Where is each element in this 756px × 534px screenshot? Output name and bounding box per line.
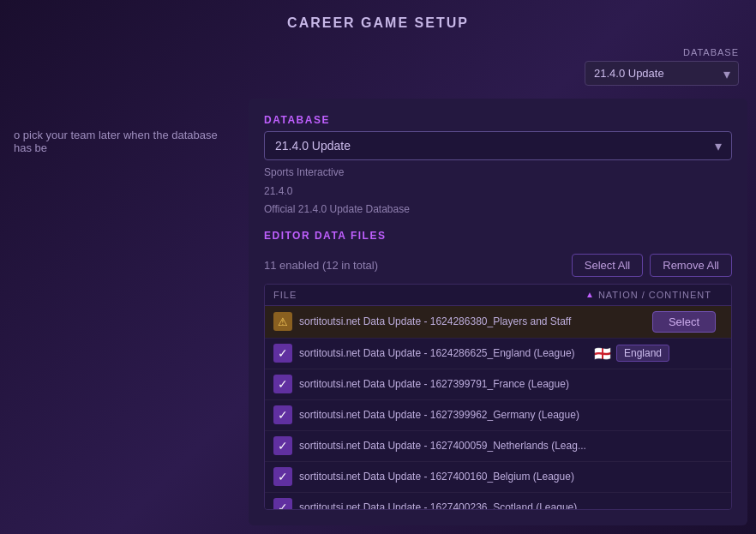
- col-file-header: FILE: [273, 290, 585, 300]
- row-filename: sortitoutsi.net Data Update - 1627400160…: [299, 471, 723, 483]
- db-info-line2: 21.4.0: [264, 183, 732, 201]
- row-filename: sortitoutsi.net Data Update - 1627400059…: [299, 440, 723, 452]
- table-header: FILE ▲ NATION / CONTINENT: [265, 285, 731, 306]
- row-filename: sortitoutsi.net Data Update - 1627400236…: [299, 501, 723, 509]
- checkbox[interactable]: ✓: [273, 436, 292, 455]
- table-row[interactable]: ✓ sortitoutsi.net Data Update - 16274002…: [265, 493, 731, 509]
- nation-label: England: [616, 345, 669, 362]
- main-panel: DATABASE 21.4.0 Update Sports Interactiv…: [249, 99, 747, 525]
- select-all-button[interactable]: Select All: [572, 254, 643, 277]
- col-nation-label: NATION / CONTINENT: [598, 290, 711, 300]
- row-filename: sortitoutsi.net Data Update - 1624286380…: [299, 315, 645, 327]
- checkmark-icon: ✓: [278, 409, 288, 421]
- db-info-line3: Official 21.4.0 Update Database: [264, 201, 732, 219]
- table-row[interactable]: ⚠ sortitoutsi.net Data Update - 16242863…: [265, 306, 731, 339]
- flag-icon: 🏴󠁧󠁢󠁥󠁮󠁧󠁿: [594, 345, 611, 362]
- table-body[interactable]: ⚠ sortitoutsi.net Data Update - 16242863…: [265, 306, 731, 509]
- checkbox[interactable]: ✓: [273, 344, 292, 363]
- top-db-select[interactable]: 21.4.0 Update: [585, 61, 739, 86]
- db-info-line1: Sports Interactive: [264, 164, 732, 183]
- checkmark-icon: ✓: [278, 471, 288, 483]
- checkbox[interactable]: ✓: [273, 498, 292, 509]
- file-table: FILE ▲ NATION / CONTINENT ⚠ sortitoutsi.…: [264, 284, 732, 510]
- db-dropdown[interactable]: 21.4.0 Update: [264, 131, 732, 160]
- db-dropdown-wrapper: 21.4.0 Update: [264, 131, 732, 160]
- btn-row: Select All Remove All: [572, 254, 732, 277]
- page-title: CAREER GAME SETUP: [0, 15, 756, 31]
- row-filename: sortitoutsi.net Data Update - 1627399791…: [299, 378, 723, 390]
- hint-text: o pick your team later when the database…: [0, 129, 249, 154]
- top-db-wrapper: 21.4.0 Update: [585, 61, 739, 86]
- select-btn-cell: Select: [645, 311, 723, 333]
- warning-icon-cell: ⚠: [273, 312, 292, 331]
- top-db-container: DATABASE 21.4.0 Update: [585, 47, 739, 86]
- col-nation-header: ▲ NATION / CONTINENT: [585, 290, 723, 300]
- checkbox[interactable]: ✓: [273, 375, 292, 393]
- nation-badge: 🏴󠁧󠁢󠁥󠁮󠁧󠁿 England: [594, 345, 723, 362]
- table-row[interactable]: ✓ sortitoutsi.net Data Update - 16274001…: [265, 462, 731, 493]
- checkmark-icon: ✓: [278, 440, 288, 452]
- editor-top: 11 enabled (12 in total) Select All Remo…: [264, 254, 732, 277]
- checkmark-icon: ✓: [278, 378, 288, 390]
- remove-all-button[interactable]: Remove All: [650, 254, 732, 277]
- checkbox[interactable]: ✓: [273, 467, 292, 486]
- table-row[interactable]: ✓ sortitoutsi.net Data Update - 16242866…: [265, 339, 731, 369]
- editor-section-label: EDITOR DATA FILES: [264, 230, 732, 242]
- checkmark-icon: ✓: [278, 501, 288, 509]
- enabled-count: 11 enabled (12 in total): [264, 259, 378, 272]
- db-info: Sports Interactive 21.4.0 Official 21.4.…: [264, 164, 732, 219]
- db-section: DATABASE 21.4.0 Update Sports Interactiv…: [264, 114, 732, 219]
- table-row[interactable]: ✓ sortitoutsi.net Data Update - 16273997…: [265, 369, 731, 400]
- row-filename: sortitoutsi.net Data Update - 1624286625…: [299, 347, 594, 359]
- warning-icon: ⚠: [278, 315, 288, 328]
- top-db-label: DATABASE: [683, 47, 739, 57]
- select-button[interactable]: Select: [652, 311, 716, 333]
- db-section-label: DATABASE: [264, 114, 732, 126]
- table-row[interactable]: ✓ sortitoutsi.net Data Update - 16274000…: [265, 431, 731, 462]
- checkbox[interactable]: ✓: [273, 405, 292, 424]
- row-filename: sortitoutsi.net Data Update - 1627399962…: [299, 409, 723, 421]
- checkmark-icon: ✓: [278, 347, 288, 359]
- table-row[interactable]: ✓ sortitoutsi.net Data Update - 16273999…: [265, 400, 731, 431]
- sort-arrow-icon: ▲: [585, 290, 595, 299]
- editor-section: EDITOR DATA FILES 11 enabled (12 in tota…: [264, 230, 732, 510]
